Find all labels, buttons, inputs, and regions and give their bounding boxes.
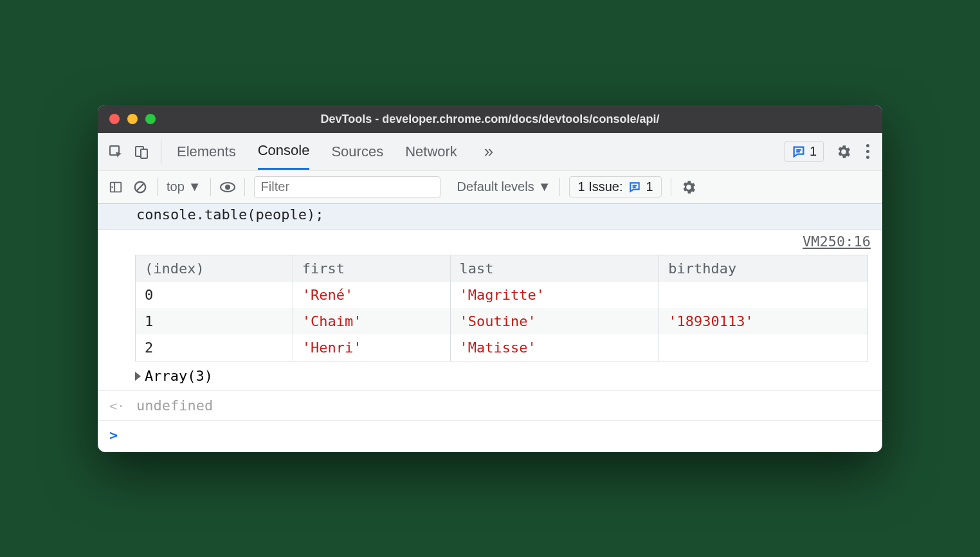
issues-prefix: 1 Issue: [577,179,622,194]
return-row: <· undefined [98,391,882,421]
issues-count: 1 [646,179,653,194]
tab-console[interactable]: Console [258,133,310,170]
code-input-line: console.table(people); [98,204,882,230]
table-row: 2 'Henri' 'Matisse' [136,334,868,361]
table-header-row: (index) first last birthday [136,255,868,282]
log-levels-selector[interactable]: Default levels ▼ [457,179,551,194]
console-settings-icon[interactable] [680,179,697,196]
traffic-lights [109,114,156,124]
cell-last: 'Magritte' [450,282,659,308]
levels-label: Default levels [457,179,534,194]
sidebar-toggle-icon[interactable] [108,179,123,195]
table-row: 0 'René' 'Magritte' [136,282,868,308]
cell-last: 'Soutine' [450,308,659,334]
svg-rect-2 [141,149,147,158]
array-label: Array(3) [145,368,213,384]
cell-first: 'Henri' [293,334,450,361]
console-output: console.table(people); VM250:16 (index) … [98,204,882,452]
return-value: undefined [136,397,213,414]
devtools-window: DevTools - developer.chrome.com/docs/dev… [98,105,882,452]
inspect-icon[interactable] [108,144,123,160]
dropdown-icon: ▼ [188,179,201,194]
close-button[interactable] [109,114,120,124]
cell-index: 0 [136,282,293,308]
console-prompt[interactable]: > [98,421,882,452]
titlebar: DevTools - developer.chrome.com/docs/dev… [98,105,882,133]
console-filter-bar: top ▼ Default levels ▼ 1 Issue: 1 [98,170,882,204]
clear-console-icon[interactable] [132,179,148,195]
tabs-overflow-button[interactable]: » [484,142,493,161]
issues-button[interactable]: 1 Issue: 1 [569,176,661,197]
return-icon: <· [109,398,125,414]
context-label: top [167,179,185,194]
cell-birthday [659,334,868,361]
col-last[interactable]: last [450,255,659,282]
cell-index: 1 [136,308,293,334]
cell-birthday [659,282,868,308]
context-selector[interactable]: top ▼ [167,179,201,194]
more-menu-icon[interactable] [864,142,872,161]
panel-tabs: Elements Console Sources Network » [177,133,493,170]
cell-birthday: '18930113' [659,308,868,334]
filter-input[interactable] [254,176,440,198]
tab-bar: Elements Console Sources Network » 1 [98,133,882,170]
svg-line-8 [137,183,144,190]
console-table: (index) first last birthday 0 'René' 'Ma… [135,255,868,361]
source-link-row: VM250:16 [98,230,882,252]
cell-index: 2 [136,334,293,361]
messages-badge[interactable]: 1 [785,141,824,162]
col-index[interactable]: (index) [136,255,293,282]
expand-icon [135,372,141,381]
window-title: DevTools - developer.chrome.com/docs/dev… [98,113,882,126]
cell-last: 'Matisse' [450,334,659,361]
svg-point-10 [225,185,230,190]
col-birthday[interactable]: birthday [659,255,868,282]
col-first[interactable]: first [293,255,450,282]
device-toggle-icon[interactable] [134,144,149,160]
prompt-icon: > [109,427,118,443]
dropdown-icon: ▼ [538,179,551,194]
tab-elements[interactable]: Elements [177,133,236,170]
messages-count: 1 [810,144,817,159]
source-link[interactable]: VM250:16 [803,233,871,250]
live-expression-icon[interactable] [220,179,235,195]
tab-sources[interactable]: Sources [331,133,383,170]
settings-icon[interactable] [835,143,852,160]
array-expander[interactable]: Array(3) [98,364,882,391]
minimize-button[interactable] [127,114,138,124]
cell-first: 'Chaim' [293,308,450,334]
tab-network[interactable]: Network [405,133,457,170]
table-row: 1 'Chaim' 'Soutine' '18930113' [136,308,868,334]
fullscreen-button[interactable] [145,114,156,124]
cell-first: 'René' [293,282,450,308]
